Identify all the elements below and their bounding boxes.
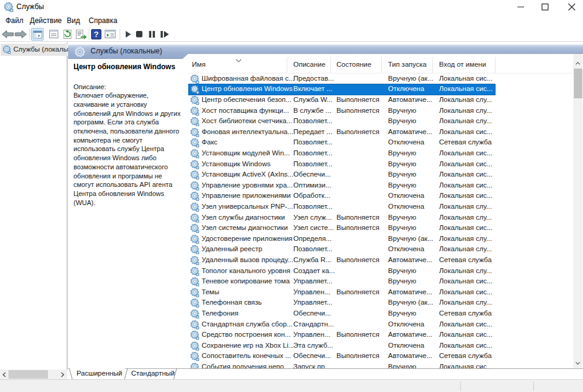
service-row[interactable]: Хост библиотеки счетчика...Позволяет...В…	[189, 117, 495, 127]
service-row[interactable]: Телефонная связьУправляет...Вручную (ак.…	[189, 298, 495, 309]
tree-hscrollbar	[0, 370, 67, 379]
service-row[interactable]: Сопоставитель конечных ...Обеспечи...Вып…	[189, 351, 495, 362]
service-row[interactable]: ФаксПозволяет...ОтключенаСетевая служба	[189, 138, 495, 149]
service-row[interactable]: Установщик WindowsПозволяет...ВручнуюЛок…	[189, 159, 495, 170]
service-row[interactable]: Узел службы диагностикиУзел служ...Выпол…	[189, 212, 495, 223]
service-row[interactable]: Установщик ActiveX (AxIns...Обеспечи...В…	[189, 170, 495, 181]
service-row[interactable]: Тополог канального уровняСоздает ка...Вр…	[189, 266, 495, 277]
service-row[interactable]: Удаленный вызов процеду...Служба R...Вып…	[189, 255, 495, 266]
service-row[interactable]: Стандартная служба сбор...Стандартн...От…	[189, 319, 495, 330]
service-row[interactable]: Управление уровнями хра...Оптимизи...Вру…	[189, 180, 495, 191]
service-row[interactable]: Установщик модулей Win...Позволяет...Вру…	[189, 149, 495, 160]
service-row[interactable]: Теневое копирование томаУправляет...Вруч…	[189, 277, 495, 288]
service-row[interactable]: Удостоверение приложенияОпределя...Вручн…	[189, 234, 495, 245]
service-row[interactable]: Удаленный реестрПозволяет...ОтключенаЛок…	[189, 245, 495, 255]
service-row[interactable]: Центр обновления WindowsВключает ...Откл…	[189, 84, 495, 95]
tab-extended[interactable]: Расширенный	[69, 369, 126, 379]
service-row[interactable]: Хост поставщика функци...В службе ...Вып…	[189, 106, 495, 117]
service-row[interactable]: ТемыУправлен...ВыполняетсяАвтоматиче...Л…	[189, 287, 495, 298]
service-row[interactable]: Средство построения кон...Управлен...Вып…	[189, 330, 495, 341]
service-row[interactable]: ТелефонияОбеспечи...ВручнуюСетевая служб…	[189, 309, 495, 320]
service-row[interactable]: Узел системы диагностикиУзел систе...Вып…	[189, 223, 495, 234]
tab-standard[interactable]: Стандартный	[126, 369, 175, 379]
services-list: Шифрованная файловая с...Предостав...Вру…	[0, 0, 583, 368]
service-row[interactable]: Центр обеспечения безоп...Служба W...Вып…	[189, 95, 495, 106]
service-row[interactable]: Фоновая интеллектуальна...Передает ...Вы…	[189, 127, 495, 138]
status-bar	[0, 379, 583, 392]
Службы — консоль управления службами Windows: Службы Файл Действие Вид Справка ? Служб…	[0, 0, 583, 392]
list-vscrollbar[interactable]	[573, 54, 582, 368]
service-row[interactable]: Шифрованная файловая с...Предостав...Вру…	[189, 73, 495, 84]
service-row[interactable]: Управление приложениямиОбработк...Отключ…	[189, 191, 495, 202]
service-row[interactable]: События получения непо...Запуск пр...Вру…	[189, 362, 495, 369]
service-row[interactable]: Узел универсальных PNP-...Позволяет...От…	[189, 202, 495, 213]
service-row[interactable]: Сохранение игр на Xbox Li...Эта служб...…	[189, 340, 495, 351]
